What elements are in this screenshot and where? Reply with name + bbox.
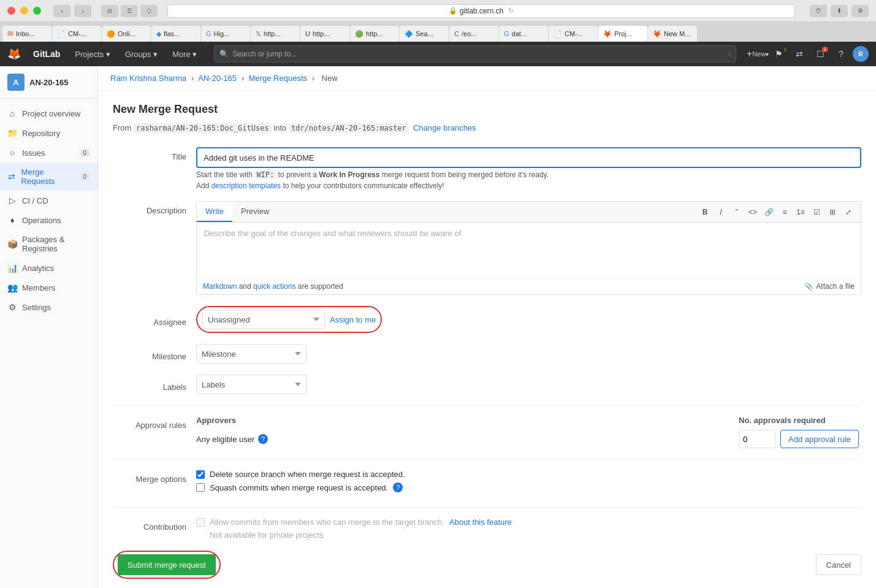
approvals-count-col-header: No. approvals required [739,416,861,425]
description-editor: Write Preview B I " <> 🔗 ≡ 1≡ ☑ [196,201,861,295]
tab-cm1[interactable]: 📄 CM-... [52,26,101,42]
tab-http3[interactable]: 🟢 http... [350,26,399,42]
table-button[interactable]: ⊞ [825,205,840,220]
merge-requests-button[interactable]: ⇄ [790,45,809,63]
sidebar-button[interactable]: ☰ [121,5,138,17]
delete-source-branch-checkbox[interactable] [196,470,205,479]
members-icon: 👥 [7,283,17,292]
search-icon: 🔍 [219,50,229,58]
sidebar-item-packages[interactable]: 📦 Packages & Registries [0,230,97,258]
merge-requests-badge: 0 [79,173,90,181]
bold-button[interactable]: B [698,205,712,220]
tab-dat[interactable]: G dat... [499,26,548,42]
operations-icon: ♦ [7,215,17,225]
url-text: gitlab.cern.ch [460,7,503,15]
squash-info-icon[interactable]: ? [393,483,403,492]
sidebar-item-members[interactable]: 👥 Members [0,278,97,297]
allow-commits-checkbox[interactable] [196,518,205,527]
allow-commits-row: Allow commits from members who can merge… [196,517,861,527]
submit-merge-request-button[interactable]: Submit merge request [118,554,216,575]
sidebar-item-repository[interactable]: 📁 Repository [0,123,97,143]
todos-button[interactable]: ☐ 1 [811,45,829,63]
milestone-dropdown[interactable]: Milestone [196,344,307,364]
title-hint-wip: Start the title with WIP: to prevent a W… [196,170,861,179]
checklist-button[interactable]: ☑ [809,205,824,220]
share-button[interactable]: ⬡ [140,5,158,17]
global-search[interactable]: 🔍 Search or jump to... / [214,45,736,63]
tab-eo[interactable]: C /eo... [449,26,498,42]
projects-menu[interactable]: Projects ▾ [70,47,115,61]
project-name: AN-20-165 [29,78,69,87]
markdown-link[interactable]: Markdown [203,282,237,291]
sidebar-label-project-overview: Project overview [22,109,80,118]
fullscreen-button[interactable]: ⤢ [841,205,856,220]
tab-write[interactable]: Write [197,202,232,222]
italic-button[interactable]: I [714,205,728,220]
address-bar[interactable]: 🔒 gitlab.cern.ch ↻ [167,4,795,18]
gear-icon[interactable]: ⚙ [851,5,869,17]
sidebar-label-issues: Issues [22,148,45,158]
cancel-button[interactable]: Cancel [816,554,861,575]
tab-http1[interactable]: 𝕏 http... [251,26,300,42]
about-feature-link[interactable]: About this feature [449,517,512,527]
tab-hig[interactable]: G Hig... [201,26,250,42]
sidebar-item-project-overview[interactable]: ⌂ Project overview [0,104,97,123]
sidebar-item-merge-requests[interactable]: ⇄ Merge Requests 0 [0,162,97,191]
link-button[interactable]: 🔗 [761,205,776,220]
squash-commits-checkbox[interactable] [196,483,205,492]
tab-cm2[interactable]: 📄 CM-... [549,26,598,42]
labels-dropdown[interactable]: Labels [196,375,307,394]
groups-menu[interactable]: Groups ▾ [120,47,162,61]
close-button[interactable] [7,7,15,15]
attach-file-button[interactable]: 📎 Attach a file [804,282,855,291]
quote-button[interactable]: " [729,205,744,220]
back-button[interactable]: ‹ [53,5,70,17]
tab-onli[interactable]: 🟠 Onli... [102,26,151,42]
any-eligible-text: Any eligible user [196,435,254,444]
tab-inbox[interactable]: ✉ Inbo... [2,26,51,42]
download-button[interactable]: ⬇ [831,5,848,17]
sidebar-nav: ⌂ Project overview 📁 Repository ○ Issues… [0,99,97,322]
help-button[interactable]: ? [832,45,850,63]
bullet-list-button[interactable]: ≡ [777,205,792,220]
code-button[interactable]: <> [745,205,760,220]
tab-http2[interactable]: U http... [300,26,349,42]
ordered-list-button[interactable]: 1≡ [793,205,808,220]
approvals-count-input[interactable] [739,430,775,448]
user-avatar[interactable]: R [853,46,869,62]
labels-label: Labels [113,378,186,392]
new-button[interactable]: + New ▾ [748,45,767,63]
assignee-dropdown[interactable]: Unassigned [202,310,325,329]
quick-actions-link[interactable]: quick actions [253,282,295,291]
breadcrumb-user[interactable]: Ram Krishna Sharma [110,74,186,83]
more-menu[interactable]: More ▾ [167,47,202,61]
breadcrumb-mr[interactable]: Merge Requests [249,74,307,83]
assign-me-link[interactable]: Assign to me [330,315,376,324]
sidebar-item-operations[interactable]: ♦ Operations [0,210,97,230]
clock-button[interactable]: ⏱ [810,5,827,17]
maximize-button[interactable] [33,7,41,15]
analytics-icon: 📊 [7,263,17,273]
tab-preview[interactable]: Preview [232,202,278,222]
tab-new[interactable]: 🦊 New M... [648,26,697,42]
issues-button[interactable]: ⚑ 1 [769,45,788,63]
tab-sea[interactable]: 🔷 Sea... [400,26,449,42]
title-input[interactable] [196,147,861,168]
add-approval-rule-button[interactable]: Add approval rule [780,430,859,448]
description-templates-link[interactable]: description templates [211,181,281,190]
info-icon[interactable]: ? [258,434,268,444]
assignee-row: Assignee Unassigned Assign to me [113,306,861,333]
description-textarea[interactable]: Describe the goal of the changes and wha… [197,223,861,278]
contribution-label: Contribution [113,517,186,540]
tab-flas[interactable]: ◆ flas... [151,26,200,42]
sidebar-item-ci-cd[interactable]: ▷ CI / CD [0,191,97,210]
sidebar-item-analytics[interactable]: 📊 Analytics [0,258,97,278]
sidebar-item-issues[interactable]: ○ Issues 0 [0,143,97,162]
tab-view-button[interactable]: ⊟ [101,5,118,17]
sidebar-item-settings[interactable]: ⚙ Settings [0,297,97,317]
forward-button[interactable]: › [74,5,91,17]
minimize-button[interactable] [20,7,28,15]
tab-proj[interactable]: 🦊 Proj... [598,26,647,42]
breadcrumb-project[interactable]: AN-20-165 [198,74,237,83]
change-branches-link[interactable]: Change branches [413,123,476,132]
